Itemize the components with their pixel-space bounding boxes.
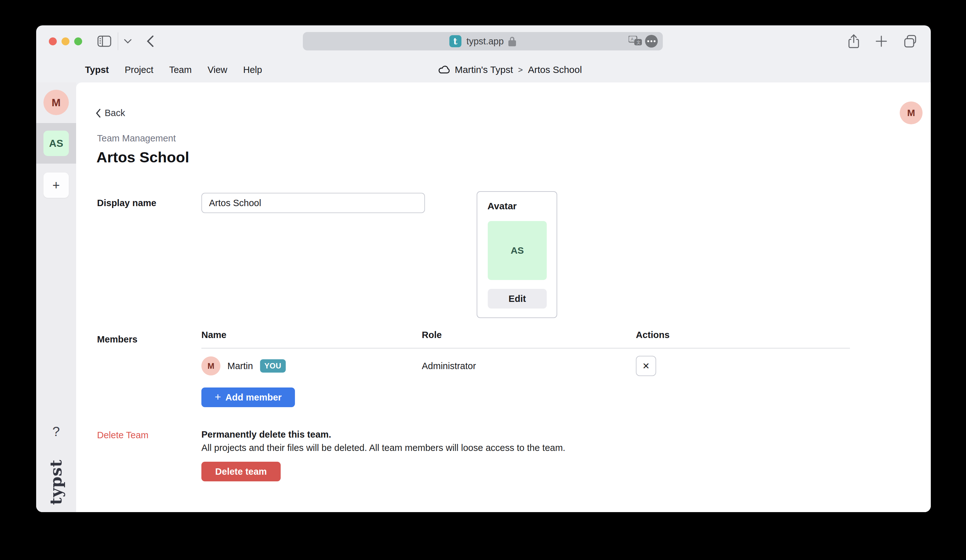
avatar-card: Avatar AS Edit [476, 191, 557, 318]
add-member-label: Add member [225, 392, 282, 403]
plus-icon: + [215, 391, 221, 403]
member-name-cell: M Martin YOU [201, 356, 422, 376]
menu-help[interactable]: Help [243, 65, 262, 75]
fullscreen-window-button[interactable] [74, 38, 82, 45]
back-link[interactable]: Back [96, 108, 125, 118]
add-member-button[interactable]: + Add member [201, 388, 295, 407]
chevron-left-icon [96, 109, 101, 118]
sidebar-toggle-icon[interactable] [97, 36, 111, 47]
url-text: typst.app [467, 36, 504, 47]
team-avatar-preview: AS [488, 221, 547, 280]
browser-window: t typst.app A 文 [36, 25, 931, 512]
browser-back-icon[interactable] [147, 35, 154, 47]
member-row: M Martin YOU Administrator ✕ [201, 348, 850, 383]
sidebar-user-avatar[interactable]: M [43, 90, 69, 115]
back-label: Back [105, 108, 125, 118]
svg-text:A: A [631, 37, 634, 41]
menu-project[interactable]: Project [125, 65, 153, 75]
member-name: Martin [227, 361, 253, 371]
members-table-header: Name Role Actions [201, 330, 850, 348]
delete-team-label: Delete Team [97, 430, 148, 440]
minimize-window-button[interactable] [61, 38, 69, 45]
delete-team-heading: Permanently delete this team. [201, 429, 331, 440]
menu-items: Typst Project Team View Help [85, 65, 262, 75]
typst-logo: typst [36, 452, 76, 512]
display-name-label: Display name [97, 198, 156, 209]
column-name: Name [201, 330, 422, 340]
typst-favicon: t [449, 35, 462, 47]
you-badge: YOU [260, 359, 286, 373]
page-title: Artos School [97, 148, 189, 166]
breadcrumb-team: Artos School [528, 64, 582, 75]
toolbar-divider [118, 32, 118, 50]
app-body: M AS + ? typst Back [36, 82, 931, 512]
member-avatar: M [201, 356, 220, 376]
section-eyebrow: Team Management [97, 133, 176, 144]
breadcrumb-workspace[interactable]: Martin's Typst [455, 64, 513, 75]
member-actions-cell: ✕ [636, 356, 850, 376]
desktop-background: t typst.app A 文 [0, 0, 966, 560]
team-management-page: Back M Team Management Artos School Disp… [76, 82, 931, 512]
delete-team-button[interactable]: Delete team [201, 462, 281, 481]
member-role: Administrator [422, 361, 636, 371]
new-tab-icon[interactable] [876, 36, 887, 47]
add-team-button[interactable]: + [43, 172, 69, 198]
toolbar-right-actions [848, 25, 917, 57]
lock-icon [508, 36, 516, 47]
svg-text:文: 文 [636, 40, 641, 45]
menu-team[interactable]: Team [169, 65, 192, 75]
close-window-button[interactable] [49, 38, 57, 45]
members-table: Name Role Actions M Martin YOU Administr… [201, 330, 850, 383]
workspace-sidebar: M AS + ? typst [36, 82, 76, 512]
breadcrumb-separator: > [518, 65, 524, 75]
column-role: Role [422, 330, 636, 340]
sidebar-item-team-selected[interactable]: AS [36, 123, 76, 164]
browser-toolbar: t typst.app A 文 [36, 25, 931, 57]
delete-team-description: All projects and their files will be del… [201, 443, 565, 453]
help-button[interactable]: ? [36, 424, 76, 439]
remove-member-button[interactable]: ✕ [636, 356, 656, 376]
typst-logo-text: typst [47, 459, 66, 504]
more-options-icon[interactable] [645, 35, 658, 48]
members-label: Members [97, 334, 137, 345]
profile-avatar[interactable]: M [900, 102, 923, 124]
sidebar-bottom: ? typst [36, 424, 76, 512]
menu-view[interactable]: View [207, 65, 227, 75]
chevron-down-icon[interactable] [124, 39, 138, 43]
cloud-icon [438, 65, 450, 74]
avatar-card-title: Avatar [488, 201, 517, 212]
share-icon[interactable] [848, 34, 859, 48]
menu-typst[interactable]: Typst [85, 65, 109, 75]
window-controls [49, 38, 82, 45]
column-actions: Actions [636, 330, 850, 340]
translate-icon[interactable]: A 文 [629, 36, 642, 47]
app-menubar: Typst Project Team View Help Martin's Ty… [36, 57, 931, 82]
tab-overview-icon[interactable] [904, 35, 917, 48]
breadcrumb[interactable]: Martin's Typst > Artos School [438, 57, 582, 82]
display-name-input[interactable] [201, 193, 425, 213]
address-bar[interactable]: t typst.app A 文 [303, 32, 663, 51]
edit-avatar-button[interactable]: Edit [488, 289, 547, 309]
sidebar-team-avatar: AS [43, 131, 69, 156]
